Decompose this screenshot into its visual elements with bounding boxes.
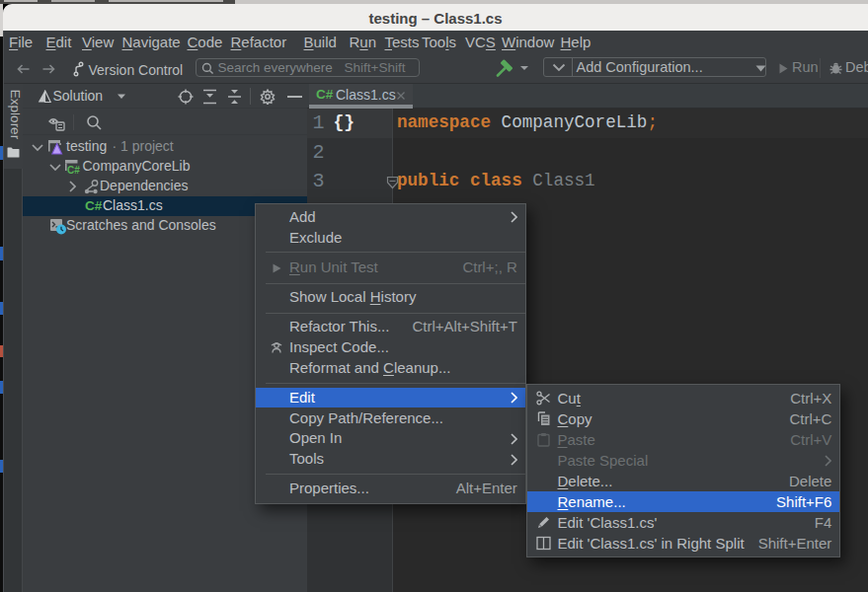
svg-text:C#: C# [67, 164, 80, 175]
